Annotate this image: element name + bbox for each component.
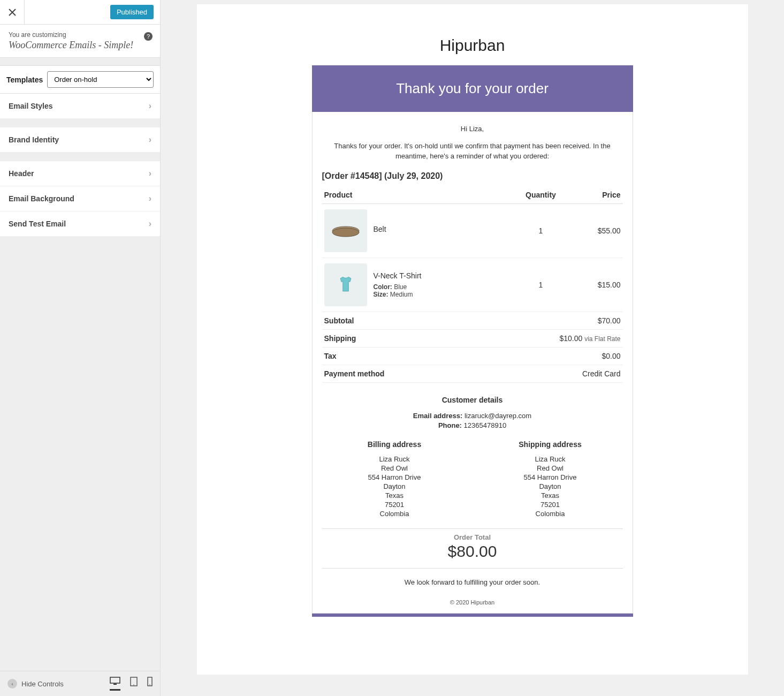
collapse-icon: ‹ [7,679,17,689]
addr-line: Texas [478,491,623,500]
product-thumb-belt [324,209,367,252]
nav-item-label: Email Styles [9,102,53,110]
order-total-amount: $80.00 [322,542,623,561]
chevron-right-icon: › [149,194,151,203]
addr-line: Red Owl [322,464,467,472]
order-total-label: Order Total [322,533,623,541]
addr-line: 75201 [322,501,467,509]
payment-method-label: Payment method [322,365,472,382]
nav-item-brand-identity[interactable]: Brand Identity › [0,127,160,153]
addr-line: Dayton [322,482,467,490]
svg-point-3 [133,684,134,685]
email-box: Thank you for your order Hi Liza, Thanks… [312,65,633,614]
published-button[interactable]: Published [110,5,154,19]
table-row: V-Neck T-Shirt Color: Blue Size: Medium … [322,258,623,312]
templates-label: Templates [6,75,43,84]
email-header: Thank you for your order [312,65,633,112]
customizing-title: WooCommerce Emails - Simple! [9,40,151,51]
brand-title: Hipurban [197,36,748,55]
nav-item-email-styles[interactable]: Email Styles › [0,94,160,119]
product-attr-color: Color: Blue [374,283,422,291]
addresses: Billing address Liza Ruck Red Owl 554 Ha… [322,440,623,519]
shipping-value: $10.00 via Flat Rate [471,329,622,347]
addr-line: Colombia [478,510,623,518]
nav-item-label: Email Background [9,194,74,203]
addr-line: Texas [322,491,467,500]
subtotal-label: Subtotal [322,312,472,330]
table-row: Belt 1 $55.00 [322,203,623,258]
billing-address: Billing address Liza Ruck Red Owl 554 Ha… [322,440,467,519]
email-footer-note: © 2020 Hipurban [322,599,623,606]
totals-table: Subtotal$70.00 Shipping$10.00 via Flat R… [322,312,623,383]
th-quantity: Quantity [509,186,573,204]
product-attr-size: Size: Medium [374,291,422,298]
tablet-icon[interactable] [130,677,138,691]
email-bottom-bar [312,614,633,617]
nav-item-send-test-email[interactable]: Send Test Email › [0,211,160,237]
nav-item-label: Send Test Email [9,220,66,228]
email-body: Hi Liza, Thanks for your order. It's on-… [312,112,633,614]
close-button[interactable] [0,0,25,25]
close-icon [9,9,16,16]
svg-point-5 [149,684,150,685]
addr-line: Colombia [322,510,467,518]
chevron-right-icon: › [149,101,151,111]
nav-spacer [0,153,160,161]
products-table: Product Quantity Price [322,186,623,312]
product-thumb-tshirt [324,263,367,306]
billing-heading: Billing address [322,440,467,449]
chevron-right-icon: › [149,169,151,178]
th-price: Price [573,186,622,204]
addr-line: 554 Harron Drive [322,473,467,481]
templates-select[interactable]: Order on-hold [47,71,154,88]
nav-item-label: Brand Identity [9,135,59,144]
chevron-right-icon: › [149,219,151,229]
product-name: Belt [374,225,386,233]
th-product: Product [322,186,509,204]
customer-email-row: Email address: lizaruck@dayrep.com [322,412,623,420]
addr-line: Liza Ruck [322,455,467,463]
product-price: $55.00 [573,203,622,258]
order-total-box: Order Total $80.00 [322,528,623,569]
payment-method-value: Credit Card [471,365,622,382]
product-price: $15.00 [573,258,622,312]
device-preview-switcher [110,677,153,691]
shipping-heading: Shipping address [478,440,623,449]
addr-line: 75201 [478,501,623,509]
nav-item-email-background[interactable]: Email Background › [0,186,160,211]
nav-item-header[interactable]: Header › [0,161,160,186]
product-name: V-Neck T-Shirt [374,271,422,280]
email-intro: Thanks for your order. It's on-hold unti… [322,141,623,162]
product-qty: 1 [509,258,573,312]
tax-value: $0.00 [471,347,622,365]
hide-controls-button[interactable]: ‹ Hide Controls [7,679,64,689]
help-icon[interactable]: ? [144,32,153,41]
customer-details: Customer details Email address: lizaruck… [322,396,623,429]
customizing-label: You are customizing [9,31,151,39]
shipping-label: Shipping [322,329,472,347]
customer-phone-row: Phone: 12365478910 [322,421,623,429]
nav-list: Email Styles › Brand Identity › Header ›… [0,94,160,237]
addr-line: Liza Ruck [478,455,623,463]
nav-spacer [0,119,160,127]
nav-item-label: Header [9,169,34,178]
sidebar-footer: ‹ Hide Controls [0,671,160,696]
svg-point-7 [332,228,359,237]
sidebar-top-bar: Published [0,0,160,25]
email-greeting: Hi Liza, [322,125,623,133]
customizing-header: You are customizing WooCommerce Emails -… [0,25,160,58]
product-qty: 1 [509,203,573,258]
svg-rect-1 [113,684,117,685]
customer-details-heading: Customer details [322,396,623,404]
customizer-sidebar: Published You are customizing WooCommerc… [0,0,161,696]
mobile-icon[interactable] [147,677,153,691]
preview-canvas: Hipurban Thank you for your order Hi Liz… [197,4,748,675]
addr-line: 554 Harron Drive [478,473,623,481]
subtotal-value: $70.00 [471,312,622,330]
svg-rect-0 [110,677,120,683]
shipping-address: Shipping address Liza Ruck Red Owl 554 H… [478,440,623,519]
tax-label: Tax [322,347,472,365]
desktop-icon[interactable] [110,677,120,691]
templates-row: Templates Order on-hold [0,65,160,94]
addr-line: Dayton [478,482,623,490]
